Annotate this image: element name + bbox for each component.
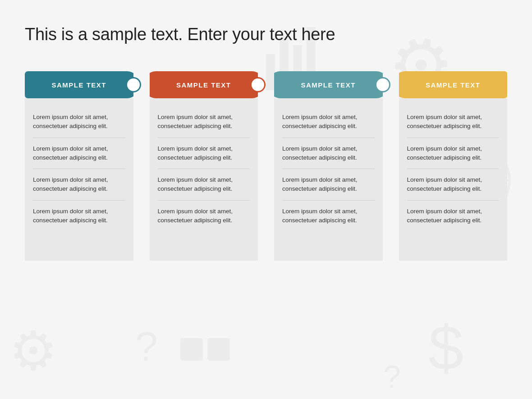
svg-text:$: $	[428, 312, 463, 383]
column-1-item-4: Lorem ipsum dolor sit amet, consectetuer…	[33, 201, 125, 232]
column-3-header: SAMPLE TEXT	[274, 71, 383, 98]
column-1-item-2: Lorem ipsum dolor sit amet, consectetuer…	[33, 138, 125, 170]
column-3-item-2: Lorem ipsum dolor sit amet, consectetuer…	[282, 138, 375, 170]
column-2-item-2: Lorem ipsum dolor sit amet, consectetuer…	[158, 138, 250, 170]
column-1-header-text: SAMPLE TEXT	[51, 81, 106, 89]
column-3-header-text: SAMPLE TEXT	[301, 81, 356, 89]
column-1-header: SAMPLE TEXT	[25, 71, 133, 98]
column-2-item-3: Lorem ipsum dolor sit amet, consectetuer…	[158, 169, 250, 201]
column-4: SAMPLE TEXT Lorem ipsum dolor sit amet, …	[399, 71, 508, 261]
column-3: SAMPLE TEXT Lorem ipsum dolor sit amet, …	[274, 71, 383, 261]
column-3-item-4: Lorem ipsum dolor sit amet, consectetuer…	[282, 201, 375, 232]
column-1-body: Lorem ipsum dolor sit amet, consectetuer…	[25, 98, 133, 261]
column-1-item-3: Lorem ipsum dolor sit amet, consectetuer…	[33, 169, 125, 201]
column-4-body: Lorem ipsum dolor sit amet, consectetuer…	[399, 98, 508, 261]
connector-3	[375, 71, 391, 98]
column-4-item-2: Lorem ipsum dolor sit amet, consectetuer…	[407, 138, 500, 170]
svg-rect-9	[207, 338, 230, 361]
columns-container: SAMPLE TEXT Lorem ipsum dolor sit amet, …	[25, 71, 507, 261]
svg-text:?: ?	[135, 324, 158, 369]
column-2-header: SAMPLE TEXT	[150, 71, 258, 98]
connector-1	[125, 71, 142, 98]
column-4-item-3: Lorem ipsum dolor sit amet, consectetuer…	[407, 169, 500, 201]
column-3-item-1: Lorem ipsum dolor sit amet, consectetuer…	[282, 106, 375, 138]
svg-rect-8	[180, 338, 203, 361]
column-2-body: Lorem ipsum dolor sit amet, consectetuer…	[150, 98, 258, 261]
column-3-body: Lorem ipsum dolor sit amet, consectetuer…	[274, 98, 383, 261]
column-4-item-4: Lorem ipsum dolor sit amet, consectetuer…	[407, 201, 500, 232]
column-4-item-1: Lorem ipsum dolor sit amet, consectetuer…	[407, 106, 500, 138]
svg-text:⚙: ⚙	[9, 321, 58, 381]
column-1: SAMPLE TEXT Lorem ipsum dolor sit amet, …	[25, 71, 133, 261]
page-title: This is a sample text. Enter your text h…	[25, 25, 507, 44]
column-2-item-1: Lorem ipsum dolor sit amet, consectetuer…	[158, 106, 250, 138]
column-4-header-text: SAMPLE TEXT	[426, 81, 481, 89]
connector-2	[250, 71, 266, 98]
column-3-item-3: Lorem ipsum dolor sit amet, consectetuer…	[282, 169, 375, 201]
column-1-item-1: Lorem ipsum dolor sit amet, consectetuer…	[33, 106, 125, 138]
svg-text:?: ?	[383, 359, 401, 394]
column-2: SAMPLE TEXT Lorem ipsum dolor sit amet, …	[150, 71, 258, 261]
column-2-header-text: SAMPLE TEXT	[176, 81, 231, 89]
column-2-item-4: Lorem ipsum dolor sit amet, consectetuer…	[158, 201, 250, 232]
column-4-header: SAMPLE TEXT	[399, 71, 508, 98]
